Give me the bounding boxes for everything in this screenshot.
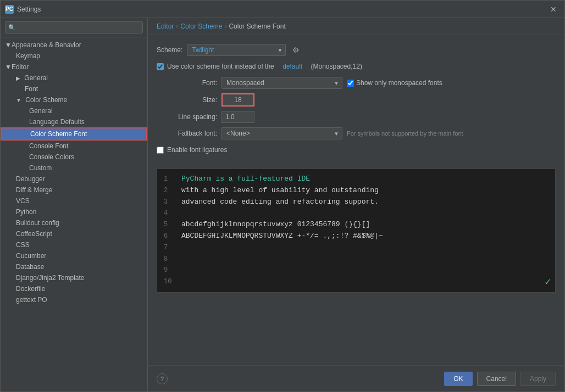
use-color-scheme-font-checkbox[interactable] bbox=[157, 63, 164, 70]
sidebar-item-font[interactable]: Font bbox=[1, 83, 147, 94]
arrow-icon: ▼ bbox=[5, 63, 12, 71]
sidebar-item-label: VCS bbox=[16, 197, 30, 205]
sidebar-item-label: Python bbox=[16, 208, 36, 216]
sidebar-item-label: General bbox=[29, 107, 53, 115]
size-input[interactable] bbox=[221, 93, 254, 107]
sidebar-item-label: Console Font bbox=[29, 142, 68, 150]
font-dropdown-wrapper: Monospaced Consolas JetBrains Mono Fira … bbox=[221, 77, 342, 89]
breadcrumb: Editor › Color Scheme › Color Scheme Fon… bbox=[148, 18, 564, 35]
sidebar-item-cucumber[interactable]: Cucumber bbox=[1, 250, 147, 261]
apply-button[interactable]: Apply bbox=[520, 372, 556, 386]
line-num: 2 bbox=[164, 186, 175, 196]
font-row: Font: Monospaced Consolas JetBrains Mono… bbox=[157, 77, 556, 89]
sidebar-item-custom[interactable]: Custom bbox=[1, 163, 147, 173]
sidebar-item-python[interactable]: Python bbox=[1, 206, 147, 217]
sidebar-item-label: Keymap bbox=[16, 52, 40, 60]
line-num: 4 bbox=[164, 208, 175, 219]
preview-text: with a high level of usability and outst… bbox=[181, 185, 379, 197]
sidebar-item-diff-merge[interactable]: Diff & Merge bbox=[1, 184, 147, 195]
sidebar-item-console-font[interactable]: Console Font bbox=[1, 141, 147, 152]
sidebar-item-database[interactable]: Database bbox=[1, 261, 147, 272]
settings-window: PC Settings ✕ 🔍 ▼ Appearance & Behavior bbox=[0, 0, 565, 392]
sidebar-item-editor[interactable]: ▼ Editor bbox=[1, 61, 147, 72]
sidebar-item-label: Database bbox=[16, 263, 44, 271]
line-num: 8 bbox=[164, 254, 175, 265]
panel-body: Scheme: Twilight Default Darcula Monokai… bbox=[148, 35, 564, 365]
preview-line-7: 7 bbox=[164, 242, 549, 254]
cancel-button[interactable]: Cancel bbox=[477, 372, 516, 386]
sidebar-item-label: Cucumber bbox=[16, 252, 46, 260]
preview-text bbox=[181, 254, 186, 265]
tree-area: ▼ Appearance & Behavior Keymap ▼ Editor … bbox=[1, 37, 147, 391]
fallback-row: Fallback font: <None> Consolas Arial ▼ F… bbox=[157, 127, 556, 139]
linespacing-input[interactable] bbox=[221, 111, 254, 123]
show-monospaced-wrapper: Show only monospaced fonts bbox=[347, 79, 442, 87]
sidebar-item-dockerfile[interactable]: Dockerfile bbox=[1, 283, 147, 294]
linespacing-row: Line spacing: bbox=[157, 111, 556, 123]
preview-line-3: 3 advanced code editing and refactoring … bbox=[164, 197, 549, 208]
sidebar-item-css[interactable]: CSS bbox=[1, 239, 147, 250]
preview-text: PyCharm is a full‑featured IDE bbox=[181, 173, 310, 185]
font-dropdown[interactable]: Monospaced Consolas JetBrains Mono Fira … bbox=[221, 77, 342, 89]
sidebar-item-label: gettext PO bbox=[16, 296, 47, 304]
preview-text: advanced code editing and refactoring su… bbox=[181, 197, 379, 208]
preview-line-10: 10 bbox=[164, 276, 549, 288]
close-button[interactable]: ✕ bbox=[547, 3, 560, 16]
line-num: 6 bbox=[164, 231, 175, 242]
fallback-dropdown[interactable]: <None> Consolas Arial bbox=[221, 127, 342, 139]
sidebar-item-label: Debugger bbox=[16, 175, 45, 183]
arrow-icon: ▶ bbox=[16, 75, 20, 81]
app-icon: PC bbox=[5, 5, 14, 14]
ligature-label: Enable font ligatures bbox=[167, 146, 227, 154]
search-input[interactable] bbox=[5, 21, 143, 33]
sidebar-item-gettext-po[interactable]: gettext PO bbox=[1, 294, 147, 305]
sidebar-item-general[interactable]: ▶ General bbox=[1, 72, 147, 83]
size-row: Size: bbox=[157, 93, 556, 107]
sidebar-item-debugger[interactable]: Debugger bbox=[1, 173, 147, 184]
sidebar-item-appearance-behavior[interactable]: ▼ Appearance & Behavior bbox=[1, 40, 147, 51]
preview-line-2: 2 with a high level of usability and out… bbox=[164, 185, 549, 197]
scheme-label: Scheme: bbox=[157, 46, 182, 54]
sidebar-item-label: Language Defaults bbox=[29, 118, 85, 126]
sidebar-item-label: Django/Jinja2 Template bbox=[16, 274, 85, 282]
use-color-scheme-font-row: Use color scheme font instead of the def… bbox=[157, 63, 556, 70]
sidebar-item-django-jinja2[interactable]: Django/Jinja2 Template bbox=[1, 272, 147, 283]
search-icon: 🔍 bbox=[8, 24, 16, 31]
sidebar: 🔍 ▼ Appearance & Behavior Keymap ▼ Edito… bbox=[1, 18, 148, 391]
sidebar-item-label: Appearance & Behavior bbox=[12, 41, 81, 49]
sidebar-item-label: Custom bbox=[29, 164, 52, 172]
sidebar-item-label: Dockerfile bbox=[16, 285, 45, 293]
sidebar-item-label: Color Scheme bbox=[25, 96, 67, 104]
preview-line-9: 9 bbox=[164, 265, 549, 276]
sidebar-item-label: CSS bbox=[16, 241, 30, 249]
size-label: Size: bbox=[157, 96, 217, 104]
sidebar-item-keymap[interactable]: Keymap bbox=[1, 51, 147, 61]
ligature-checkbox[interactable] bbox=[157, 147, 164, 154]
line-num: 1 bbox=[164, 174, 175, 184]
ok-button[interactable]: OK bbox=[444, 372, 472, 386]
help-button[interactable]: ? bbox=[157, 373, 168, 384]
breadcrumb-color-scheme[interactable]: Color Scheme bbox=[180, 23, 222, 30]
fallback-dropdown-wrapper: <None> Consolas Arial ▼ bbox=[221, 127, 342, 139]
sidebar-item-buildout-config[interactable]: Buildout config bbox=[1, 217, 147, 228]
main-content: 🔍 ▼ Appearance & Behavior Keymap ▼ Edito… bbox=[1, 18, 564, 391]
gear-button[interactable]: ⚙ bbox=[290, 44, 302, 55]
sidebar-item-coffeescript[interactable]: CoffeeScript bbox=[1, 228, 147, 239]
sidebar-item-color-scheme[interactable]: ▼ Color Scheme bbox=[1, 94, 147, 105]
show-monospaced-checkbox[interactable] bbox=[347, 80, 354, 87]
help-area: ? bbox=[157, 373, 440, 384]
default-link[interactable]: default bbox=[282, 63, 302, 70]
sidebar-item-vcs[interactable]: VCS bbox=[1, 195, 147, 206]
sidebar-item-console-colors[interactable]: Console Colors bbox=[1, 152, 147, 163]
window-title: Settings bbox=[17, 5, 547, 13]
divider-dots: · · · · · · · · bbox=[157, 160, 556, 166]
scheme-dropdown[interactable]: Twilight Default Darcula Monokai bbox=[187, 44, 286, 56]
sidebar-item-language-defaults[interactable]: Language Defaults bbox=[1, 116, 147, 127]
search-box: 🔍 bbox=[1, 18, 147, 37]
sidebar-item-color-scheme-font[interactable]: Color Scheme Font bbox=[1, 127, 147, 141]
use-color-scheme-font-label: Use color scheme font instead of the bbox=[167, 63, 274, 70]
sidebar-item-color-scheme-general[interactable]: General bbox=[1, 105, 147, 116]
breadcrumb-editor[interactable]: Editor bbox=[157, 23, 174, 30]
preview-text bbox=[181, 276, 186, 288]
line-num: 7 bbox=[164, 243, 175, 253]
